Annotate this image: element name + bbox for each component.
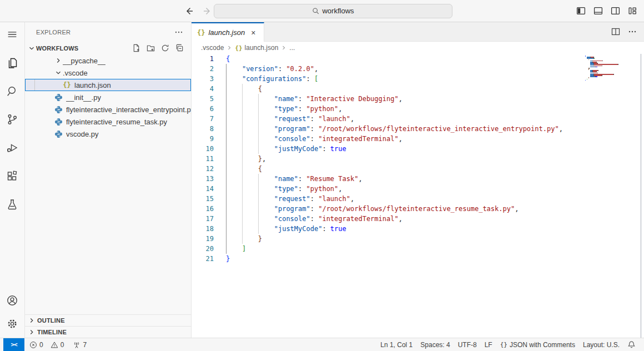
close-tab-icon[interactable]: × (248, 28, 258, 38)
tree-item-flyteinteractive_resume_task.py[interactable]: flyteinteractive_resume_task.py (25, 116, 191, 128)
code-lines: 1{2 "version": "0.2.0",3 "configurations… (192, 54, 644, 264)
split-editor-icon[interactable] (611, 27, 621, 37)
timeline-label: TIMELINE (37, 329, 67, 335)
tab-bar: {} launch.json × (192, 22, 644, 42)
code-line-text: { (226, 54, 230, 64)
indentation[interactable]: Spaces: 4 (416, 338, 454, 351)
refresh-icon[interactable] (160, 43, 170, 53)
line-number: 8 (192, 124, 214, 134)
code-line-4: 4 { (192, 84, 644, 94)
breadcrumb-file[interactable]: launch.json (245, 44, 279, 52)
menu-icon[interactable] (5, 27, 19, 42)
breadcrumb-folder[interactable]: .vscode (201, 44, 224, 52)
timeline-section[interactable]: TIMELINE (25, 326, 191, 338)
code-line-text: "name": "Interactive Debugging", (226, 94, 402, 104)
code-line-text: "version": "0.2.0", (226, 64, 318, 74)
extensions-icon[interactable] (5, 169, 19, 183)
ports-indicator[interactable]: 7 (69, 338, 90, 351)
error-icon (29, 341, 37, 349)
chevron-right-icon (27, 316, 36, 325)
customize-layout-icon[interactable] (627, 6, 637, 16)
line-number: 7 (192, 114, 214, 124)
run-and-debug-icon[interactable] (5, 141, 19, 155)
code-line-17: 17 "console": "integratedTerminal", (192, 214, 644, 224)
code-line-text: } (226, 234, 262, 244)
explorer-icon[interactable] (5, 56, 19, 70)
forward-icon[interactable] (202, 6, 213, 17)
settings-gear-icon[interactable] (5, 317, 19, 331)
python-file-icon (54, 105, 63, 114)
code-line-16: 16 "program": "/root/workflows/flyteinte… (192, 204, 644, 214)
explorer-more-actions-icon[interactable] (174, 28, 183, 37)
python-file-icon (54, 129, 63, 138)
tree-item-launch.json[interactable]: {}launch.json (25, 79, 191, 91)
line-number: 10 (192, 144, 214, 154)
json-file-icon: {} (197, 29, 205, 37)
code-line-text: "type": "python", (226, 104, 343, 114)
code-line-text: { (226, 164, 262, 174)
file-tree: __pycache__.vscode{}launch.json__init__.… (25, 54, 191, 140)
source-control-icon[interactable] (5, 112, 19, 127)
code-line-1: 1{ (192, 54, 644, 64)
braces-icon: {} (500, 341, 507, 348)
code-line-text: ] (226, 244, 246, 254)
tree-item-__init__.py[interactable]: __init__.py (25, 91, 191, 103)
code-line-10: 10 "justMyCode": true (192, 144, 644, 154)
tree-item-label: flyteinteractive_interactive_entrypoint.… (66, 106, 191, 114)
tree-item-vscode.py[interactable]: vscode.py (25, 128, 191, 140)
testing-icon[interactable] (5, 197, 19, 212)
new-folder-icon[interactable] (146, 43, 155, 53)
error-count: 0 (39, 341, 43, 349)
workspace-section-header[interactable]: WORKFLOWS (25, 42, 191, 54)
line-number: 17 (192, 214, 214, 224)
outline-section[interactable]: OUTLINE (25, 314, 191, 326)
collapse-all-icon[interactable] (175, 43, 184, 53)
new-file-icon[interactable] (132, 43, 141, 53)
chevron-right-icon (226, 44, 233, 51)
bell-icon (627, 340, 636, 349)
keyboard-layout[interactable]: Layout: U.S. (579, 338, 623, 351)
tree-item-label: __init__.py (66, 93, 101, 102)
command-center-search[interactable]: workflows (214, 4, 452, 18)
line-number: 13 (192, 174, 214, 184)
toggle-primary-sidebar-icon[interactable] (576, 6, 586, 16)
cursor-position[interactable]: Ln 1, Col 1 (376, 338, 416, 351)
line-number: 15 (192, 194, 214, 204)
json-file-icon: {} (235, 44, 242, 52)
encoding[interactable]: UTF-8 (454, 338, 481, 351)
back-icon[interactable] (183, 6, 194, 17)
chevron-right-icon (54, 56, 63, 65)
scrollbar-edge (641, 54, 641, 338)
code-line-text: "program": "/root/workflows/flyteinterac… (226, 124, 563, 134)
toggle-secondary-sidebar-icon[interactable] (610, 6, 620, 16)
breadcrumb-symbol[interactable]: ... (289, 44, 295, 52)
tree-item-flyteinteractive_interactive_entrypoint.py[interactable]: flyteinteractive_interactive_entrypoint.… (25, 103, 191, 116)
eol-sequence[interactable]: LF (481, 338, 496, 351)
problems-indicator[interactable]: 0 0 (26, 338, 68, 351)
account-icon[interactable] (5, 293, 19, 308)
tree-item-label: vscode.py (66, 130, 99, 138)
line-number: 1 (192, 54, 214, 64)
toggle-panel-icon[interactable] (593, 6, 603, 16)
code-editor[interactable]: 1{2 "version": "0.2.0",3 "configurations… (192, 54, 644, 338)
code-line-13: 13 "name": "Resume Task", (192, 174, 644, 184)
search-view-icon[interactable] (5, 84, 19, 98)
tree-item-__pycache__[interactable]: __pycache__ (25, 54, 191, 67)
code-line-14: 14 "type": "python", (192, 184, 644, 194)
tab-launch-json[interactable]: {} launch.json × (192, 22, 264, 42)
workbench: EXPLORER WORKFLOWS __pycach (0, 22, 644, 338)
line-number: 14 (192, 184, 214, 194)
editor-more-actions-icon[interactable] (627, 27, 637, 37)
notifications-bell[interactable] (623, 338, 640, 351)
status-bar: >< 0 0 7 Ln 1, Col 1 Spaces: 4 UTF-8 LF … (0, 338, 644, 351)
code-line-8: 8 "program": "/root/workflows/flyteinter… (192, 124, 644, 134)
workspace-name: WORKFLOWS (36, 45, 78, 52)
code-line-6: 6 "type": "python", (192, 104, 644, 114)
minimap[interactable] (585, 56, 636, 81)
remote-indicator[interactable]: >< (3, 338, 24, 351)
language-mode[interactable]: {} JSON with Comments (496, 338, 579, 351)
indent-guide (34, 79, 35, 91)
editor-group: {} launch.json × .vscode {} launch.j (192, 22, 644, 338)
code-line-2: 2 "version": "0.2.0", (192, 64, 644, 74)
tree-item-.vscode[interactable]: .vscode (25, 67, 191, 79)
